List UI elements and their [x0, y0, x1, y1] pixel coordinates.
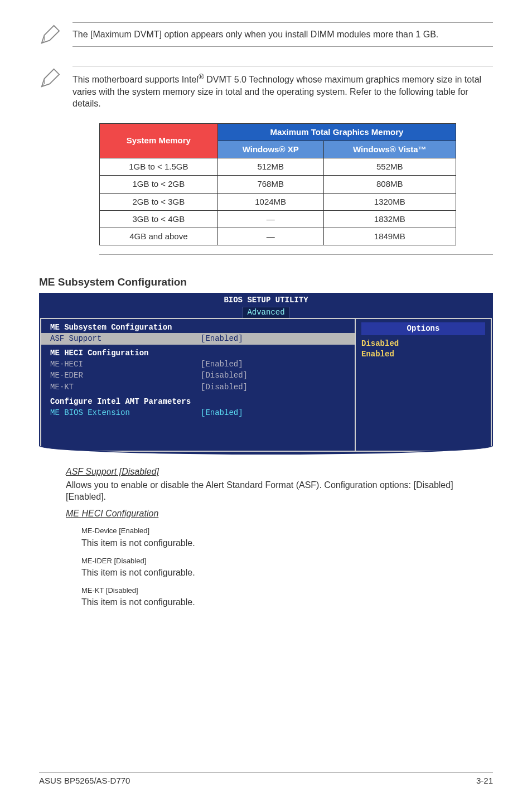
note-2-text: This motherboard supports Intel® DVMT 5.…: [72, 66, 493, 115]
table-row: 3GB to < 4GB—1832MB: [100, 210, 456, 228]
asf-support-desc: Allows you to enable or disable the Aler…: [66, 479, 493, 503]
asf-support-heading: ASF Support [Disabled]: [66, 466, 493, 478]
me-ider-desc: This item is not configurable.: [81, 567, 493, 579]
th-max-graphics: Maximum Total Graphics Memory: [217, 123, 456, 141]
me-kt-desc: This item is not configurable.: [81, 596, 493, 608]
me-heci-heading: ME HECI Configuration: [66, 508, 493, 520]
th-windows-vista: Windows® Vista™: [323, 141, 456, 158]
bios-row-me-kt[interactable]: ME-KT[Disabled]: [50, 381, 346, 393]
memory-table: System Memory Maximum Total Graphics Mem…: [99, 123, 456, 246]
bios-right-pane: Options Disabled Enabled: [355, 318, 492, 452]
option-enabled[interactable]: Enabled: [361, 349, 485, 360]
me-device-desc: This item is not configurable.: [81, 537, 493, 549]
table-row: 1GB to < 1.5GB512MB552MB: [100, 158, 456, 176]
table-row: 4GB and above—1849MB: [100, 228, 456, 245]
footer-right: 3-21: [476, 775, 493, 786]
bios-row-me-bios-ext[interactable]: ME BIOS Extension[Enabled]: [50, 407, 346, 419]
option-disabled[interactable]: Disabled: [361, 339, 485, 349]
asf-value: [Enabled]: [201, 334, 243, 344]
bios-left-pane: ME Subsystem Configuration ASF Support […: [40, 318, 355, 452]
pencil-icon: [39, 66, 72, 93]
bios-tabs: Advanced: [40, 307, 492, 318]
th-system-memory: System Memory: [100, 123, 218, 158]
table-row: 2GB to < 3GB1024MB1320MB: [100, 193, 456, 210]
me-device-label: ME-Device [Enabled]: [81, 526, 493, 536]
note-block-2: This motherboard supports Intel® DVMT 5.…: [39, 66, 493, 115]
page-footer: ASUS BP5265/AS-D770 3-21: [39, 772, 493, 786]
bios-tab-advanced[interactable]: Advanced: [242, 307, 289, 318]
bios-row-asf-support[interactable]: ASF Support [Enabled]: [41, 333, 355, 345]
asf-label: ASF Support: [50, 334, 201, 344]
configure-intel-amt: Configure Intel AMT Parameters: [50, 397, 346, 407]
table-row: 1GB to < 2GB768MB808MB: [100, 176, 456, 193]
me-kt-label: ME-KT [Disabled]: [81, 586, 493, 596]
body-text: ASF Support [Disabled] Allows you to ena…: [39, 466, 493, 608]
th-windows-xp: Windows® XP: [217, 141, 323, 158]
footer-left: ASUS BP5265/AS-D770: [39, 775, 130, 786]
section-heading: ME Subsystem Configuration: [39, 275, 493, 289]
pencil-icon: [39, 22, 72, 49]
note-block-1: The [Maximum DVMT] option appears only w…: [39, 22, 493, 49]
bios-subheader: ME Subsystem Configuration: [50, 322, 346, 333]
memory-table-wrapper: System Memory Maximum Total Graphics Mem…: [99, 123, 493, 255]
bios-row-me-eder[interactable]: ME-EDER[Disabled]: [50, 370, 346, 381]
note-1-text: The [Maximum DVMT] option appears only w…: [72, 22, 493, 47]
me-ider-label: ME-IDER [Disabled]: [81, 556, 493, 566]
options-header: Options: [361, 322, 485, 335]
bios-panel: BIOS SETUP UTILITY Advanced ME Subsystem…: [39, 293, 493, 455]
bios-row-me-heci[interactable]: ME-HECI[Enabled]: [50, 359, 346, 370]
heci-config-header: ME HECI Configuration: [50, 348, 346, 359]
bios-title: BIOS SETUP UTILITY: [40, 294, 492, 307]
